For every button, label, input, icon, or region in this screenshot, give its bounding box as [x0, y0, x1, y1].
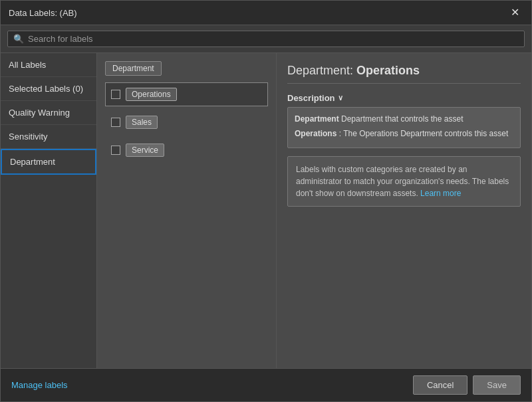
- save-button[interactable]: Save: [473, 375, 521, 395]
- footer-buttons: Cancel Save: [413, 375, 521, 395]
- operations-checkbox[interactable]: [111, 90, 120, 99]
- sidebar-item-quality-warning[interactable]: Quality Warning: [1, 101, 96, 125]
- description-label: Description: [287, 93, 335, 103]
- list-item[interactable]: Sales: [105, 110, 268, 134]
- sidebar-item-selected-labels[interactable]: Selected Labels (0): [1, 77, 96, 101]
- cancel-button[interactable]: Cancel: [413, 375, 467, 395]
- description-header[interactable]: Description ∨: [287, 93, 521, 103]
- service-checkbox[interactable]: [111, 146, 120, 155]
- desc-label-text: : The Operations Department controls thi…: [339, 129, 509, 138]
- main-content: All Labels Selected Labels (0) Quality W…: [1, 53, 531, 368]
- title-category: Department:: [287, 64, 353, 77]
- sidebar: All Labels Selected Labels (0) Quality W…: [1, 53, 97, 368]
- chevron-down-icon: ∨: [338, 94, 343, 102]
- learn-more-link[interactable]: Learn more: [420, 189, 461, 198]
- list-item[interactable]: Operations: [105, 82, 268, 106]
- footer: Manage labels Cancel Save: [1, 368, 531, 401]
- search-icon: 🔍: [13, 34, 24, 44]
- manage-labels-link[interactable]: Manage labels: [11, 380, 68, 390]
- desc-category-line: Department Department that controls the …: [295, 113, 513, 125]
- service-tag: Service: [126, 144, 164, 157]
- search-input[interactable]: [28, 34, 519, 44]
- info-box: Labels with custom categories are create…: [287, 156, 521, 207]
- sidebar-item-sensitivity[interactable]: Sensitivity: [1, 125, 96, 149]
- description-block: Department Department that controls the …: [287, 107, 521, 148]
- sales-tag: Sales: [126, 116, 158, 129]
- operations-tag: Operations: [126, 88, 177, 101]
- dialog-title: Data Labels: (AB): [9, 8, 77, 18]
- desc-label-bold: Operations: [295, 129, 336, 138]
- sidebar-item-all-labels[interactable]: All Labels: [1, 53, 96, 77]
- sales-checkbox[interactable]: [111, 118, 120, 127]
- sidebar-scroll: All Labels Selected Labels (0) Quality W…: [1, 53, 96, 368]
- search-wrap: 🔍: [7, 31, 525, 47]
- middle-panel: Department Operations Sales Service: [97, 53, 277, 368]
- desc-label-line: Operations : The Operations Department c…: [295, 128, 513, 140]
- info-text: Labels with custom categories are create…: [296, 165, 509, 198]
- list-item[interactable]: Service: [105, 138, 268, 162]
- title-bar: Data Labels: (AB) ✕: [1, 1, 531, 25]
- search-bar: 🔍: [1, 25, 531, 53]
- right-panel: Department: Operations Description ∨ Dep…: [277, 53, 531, 368]
- desc-category-text: Department that controls the asset: [341, 114, 463, 124]
- right-panel-title: Department: Operations: [287, 64, 521, 84]
- sidebar-item-department[interactable]: Department: [1, 149, 96, 175]
- category-tab: Department: [105, 61, 162, 76]
- desc-category-bold: Department: [295, 114, 339, 124]
- close-button[interactable]: ✕: [507, 6, 523, 19]
- dialog: Data Labels: (AB) ✕ 🔍 All Labels Selecte…: [0, 0, 532, 402]
- middle-panel-inner: Department Operations Sales Service: [97, 53, 276, 368]
- title-label: Operations: [356, 64, 420, 77]
